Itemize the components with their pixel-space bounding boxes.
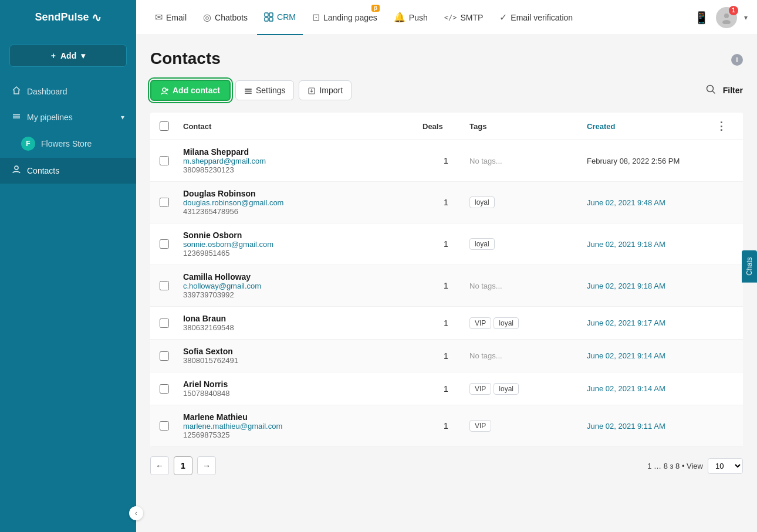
contact-phone: 3808015762491 [183,356,423,365]
contact-email[interactable]: marlene.mathieu@gmail.com [183,422,423,431]
contact-phone: 15078840848 [183,389,423,398]
contact-info: Douglas Robinson douglas.robinson@gmail.… [183,189,423,216]
more-options-icon[interactable]: ⋮ [716,120,726,132]
nav-item-crm[interactable]: CRM [257,0,303,35]
contacts-icon [12,165,21,177]
tag[interactable]: loyal [469,238,495,250]
nav-label-email-verify: Email verification [511,13,573,22]
contact-email[interactable]: m.sheppard@gmail.com [183,157,423,165]
deals-cell: 1 [423,384,469,394]
row-checkbox[interactable] [160,384,169,394]
deals-cell: 1 [423,198,469,207]
created-cell: June 02, 2021 9:18 AM [587,282,716,290]
header-more: ⋮ [716,120,734,133]
tag[interactable]: loyal [469,196,495,208]
contact-name[interactable]: Camilla Holloway [183,272,423,282]
row-checkbox[interactable] [160,318,169,328]
contact-phone: 339739703992 [183,290,423,299]
contact-info: Ariel Norris 15078840848 [183,379,423,398]
table-row: Douglas Robinson douglas.robinson@gmail.… [150,182,743,223]
row-checkbox[interactable] [160,421,169,431]
contacts-label: Contacts [27,166,59,175]
select-all-checkbox[interactable] [160,121,169,131]
info-icon[interactable]: i [731,54,743,66]
logo[interactable]: SendPulse ∿ [35,11,101,25]
tag[interactable]: loyal [494,317,519,329]
search-icon[interactable] [705,84,716,97]
contact-info: Camilla Holloway c.holloway@gmail.com 33… [183,272,423,299]
avatar-chevron-icon[interactable]: ▾ [744,13,748,22]
contact-name[interactable]: Douglas Robinson [183,189,423,198]
row-checkbox[interactable] [160,198,169,207]
contact-phone: 12369851465 [183,249,423,257]
tag[interactable]: VIP [469,420,491,432]
row-checkbox[interactable] [160,239,169,249]
created-cell: June 02, 2021 9:48 AM [587,198,716,207]
contact-email[interactable]: c.holloway@gmail.com [183,282,423,290]
prev-page-button[interactable]: ← [150,456,169,475]
created-cell: June 02, 2021 9:18 AM [587,240,716,249]
row-checkbox[interactable] [160,281,169,290]
row-checkbox[interactable] [160,351,169,361]
sidebar-collapse-button[interactable]: ‹ [129,506,143,520]
row-checkbox[interactable] [160,156,169,165]
crm-icon [264,12,273,22]
nav-item-email-verify[interactable]: ✓ Email verification [492,0,580,35]
nav-item-landing[interactable]: ⊡ Landing pages β [305,0,384,35]
contact-name[interactable]: Sonnie Osborn [183,231,423,240]
chats-tab[interactable]: Chats [742,250,757,282]
chatbots-icon: ◎ [203,12,211,23]
top-nav: SendPulse ∿ ✉ Email ◎ Chatbots CRM ⊡ [0,0,757,35]
tags-cell: VIP loyal [469,383,587,395]
tag[interactable]: VIP [469,317,491,329]
contact-name[interactable]: Ariel Norris [183,379,423,389]
next-page-button[interactable]: → [197,456,216,475]
logo-wave: ∿ [92,11,102,25]
contact-email[interactable]: sonnie.osborn@gmail.com [183,240,423,249]
tags-cell: No tags... [469,157,587,165]
sidebar-item-dashboard[interactable]: Dashboard [0,79,136,104]
row-checkbox-cell [160,351,183,361]
table-row: Iona Braun 380632169548 1 VIP loyal June… [150,307,743,340]
view-select[interactable]: 10 25 50 100 [708,458,743,474]
tag[interactable]: loyal [494,383,519,395]
mobile-icon[interactable]: 📱 [694,11,709,25]
tags-cell: No tags... [469,282,587,290]
sidebar-item-flowers-store[interactable]: F Flowers Store [0,130,136,158]
svg-point-12 [707,85,713,92]
add-button[interactable]: + Add ▾ [9,45,127,67]
created-cell: June 02, 2021 9:11 AM [587,422,716,431]
pagination-controls: ← 1 → [150,456,216,475]
import-button[interactable]: Import [299,80,352,100]
add-label: Add [60,51,76,60]
sidebar-item-contacts[interactable]: Contacts [0,158,136,184]
contact-name[interactable]: Milana Sheppard [183,147,423,157]
svg-point-6 [15,166,18,170]
flowers-store-label: Flowers Store [41,139,92,148]
avatar-wrapper[interactable]: 1 [716,7,737,28]
email-icon: ✉ [155,12,163,23]
svg-rect-10 [245,93,252,94]
settings-button[interactable]: Settings [235,80,295,100]
nav-item-push[interactable]: 🔔 Push [387,0,435,35]
filter-button[interactable]: Filter [723,86,743,95]
nav-item-email[interactable]: ✉ Email [148,0,194,35]
contact-name[interactable]: Sofia Sexton [183,347,423,356]
contact-phone: 380985230123 [183,165,423,174]
add-icon: + [51,51,56,60]
add-contact-button[interactable]: Add contact [150,80,231,101]
contact-name[interactable]: Iona Braun [183,314,423,323]
sidebar-item-pipelines[interactable]: My pipelines ▾ [0,104,136,130]
table-header: Contact Deals Tags Created ⋮ [150,113,743,140]
tag[interactable]: VIP [469,383,491,395]
contact-email[interactable]: douglas.robinson@gmail.com [183,198,423,207]
header-created[interactable]: Created [587,122,716,131]
current-page-button[interactable]: 1 [174,456,192,475]
nav-item-chatbots[interactable]: ◎ Chatbots [196,0,255,35]
pipelines-icon [12,111,21,123]
contact-info: Iona Braun 380632169548 [183,314,423,332]
contact-name[interactable]: Marlene Mathieu [183,412,423,422]
svg-point-5 [722,20,731,24]
nav-item-smtp[interactable]: </> SMTP [437,0,491,35]
table-row: Sofia Sexton 3808015762491 1 No tags... … [150,340,743,372]
